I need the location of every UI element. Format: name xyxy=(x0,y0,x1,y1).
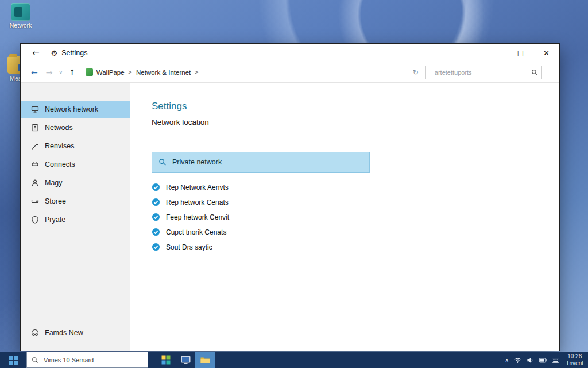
settings-sidebar: Network hetwork Netwods Renvises xyxy=(21,83,130,351)
nav-history-chevron-icon[interactable]: ∨ xyxy=(58,70,63,75)
breadcrumb[interactable]: WallPape > Network & Internet > ↻ xyxy=(82,66,426,79)
check-circle-icon xyxy=(152,213,160,221)
check-circle-icon xyxy=(152,183,160,191)
chevron-up-icon[interactable]: ∧ xyxy=(505,357,509,363)
desktop-icon-label: Network xyxy=(5,22,37,29)
desktop-wallpaper: Network Mese ← ⚙ Settings – □ ✕ ← → ∨ ↑ … xyxy=(0,0,588,368)
checklist-item-label: Rep hetwork Cenats xyxy=(166,198,229,206)
sidebar-item-storee[interactable]: Storee xyxy=(21,193,130,210)
check-circle-icon xyxy=(152,243,160,251)
taskbar: ∧ xyxy=(0,352,588,368)
checklist-item[interactable]: Sout Drs saytic xyxy=(152,243,542,251)
checklist-item[interactable]: Rep Network Aenvts xyxy=(152,183,542,191)
search-icon xyxy=(32,356,38,363)
checklist-item[interactable]: Cupct tnorik Cenats xyxy=(152,228,542,236)
nav-back-icon[interactable]: ← xyxy=(29,68,40,77)
explorer-search-input[interactable] xyxy=(434,68,528,76)
app-identity: ⚙ Settings xyxy=(51,49,88,57)
back-button[interactable]: ← xyxy=(29,47,43,59)
taskbar-search-box[interactable] xyxy=(26,352,148,368)
sidebar-item-label: Netwods xyxy=(45,124,73,132)
network-folder-icon xyxy=(11,3,30,21)
person-icon xyxy=(31,179,39,187)
checklist-item-label: Feep hetwork Cenvit xyxy=(166,213,229,221)
titlebar: ← ⚙ Settings – □ ✕ xyxy=(21,44,559,62)
explorer-search-box[interactable] xyxy=(430,66,542,79)
tray-clock[interactable]: 10:26 Tnverit xyxy=(564,353,583,367)
sidebar-item-pryate[interactable]: Pryate xyxy=(21,211,130,228)
check-circle-icon xyxy=(152,198,160,206)
monitor-app-icon[interactable] xyxy=(176,352,195,368)
feedback-icon xyxy=(31,329,39,337)
nav-up-icon[interactable]: ↑ xyxy=(67,68,78,77)
clock-date: Tnverit xyxy=(566,360,583,367)
settings-content: Settings Network location Private networ… xyxy=(130,83,559,351)
file-explorer-app-icon[interactable] xyxy=(195,352,215,368)
refresh-icon[interactable]: ↻ xyxy=(409,68,422,77)
checklist-item[interactable]: Rep hetwork Cenats xyxy=(152,198,542,206)
section-subtitle: Network location xyxy=(152,118,542,126)
address-bar: ← → ∨ ↑ WallPape > Network & Internet > … xyxy=(21,62,559,83)
window-title: Settings xyxy=(61,49,87,57)
private-network-search-box[interactable]: Private network xyxy=(152,152,370,172)
keyboard-icon[interactable] xyxy=(552,356,559,364)
connect-icon xyxy=(31,160,39,168)
checklist-item[interactable]: Feep hetwork Cenvit xyxy=(152,213,542,221)
private-network-label: Private network xyxy=(172,158,222,166)
search-icon xyxy=(531,69,538,76)
window-body: Network hetwork Netwods Renvises xyxy=(21,83,559,351)
checklist-item-label: Cupct tnorik Cenats xyxy=(166,228,226,236)
sidebar-item-label: Renvises xyxy=(45,142,74,150)
start-button[interactable] xyxy=(0,352,26,368)
sidebar-item-label: Network hetwork xyxy=(45,105,98,113)
settings-window: ← ⚙ Settings – □ ✕ ← → ∨ ↑ WallPape > Ne… xyxy=(20,43,560,351)
network-icon xyxy=(31,105,39,113)
breadcrumb-segment-root[interactable]: WallPape xyxy=(96,69,125,76)
sidebar-item-network-hetwork[interactable]: Network hetwork xyxy=(21,101,130,118)
clock-time: 10:26 xyxy=(566,353,583,361)
sidebar-item-netwods[interactable]: Netwods xyxy=(21,119,130,136)
breadcrumb-segment-network[interactable]: Network & Internet xyxy=(136,69,191,76)
desktop-icon-network[interactable]: Network xyxy=(5,3,37,29)
store-app-icon[interactable] xyxy=(156,352,176,368)
gear-icon: ⚙ xyxy=(51,49,58,57)
pen-icon xyxy=(31,142,39,150)
sidebar-item-label: Pryate xyxy=(45,216,65,224)
sidebar-item-famds-new[interactable]: Famds New xyxy=(21,324,130,342)
location-icon xyxy=(86,68,93,76)
sidebar-item-renvises[interactable]: Renvises xyxy=(21,137,130,155)
sidebar-item-connects[interactable]: Connects xyxy=(21,156,130,173)
close-button[interactable]: ✕ xyxy=(533,44,559,62)
sidebar-item-label: Connects xyxy=(45,160,75,168)
taskbar-search-input[interactable] xyxy=(42,356,143,364)
nav-forward-icon[interactable]: → xyxy=(44,68,55,77)
sidebar-item-label: Famds New xyxy=(45,329,83,337)
breadcrumb-separator-icon: > xyxy=(128,69,133,75)
document-icon xyxy=(31,124,39,132)
divider xyxy=(152,137,399,137)
page-title: Settings xyxy=(152,101,542,112)
battery-icon[interactable] xyxy=(539,356,547,364)
search-icon xyxy=(158,158,167,166)
minimize-button[interactable]: – xyxy=(482,44,508,62)
volume-icon[interactable] xyxy=(527,356,534,364)
checklist-item-label: Sout Drs saytic xyxy=(166,243,212,251)
system-tray: ∧ xyxy=(505,352,588,368)
sidebar-item-label: Magy xyxy=(45,179,63,187)
maximize-button[interactable]: □ xyxy=(508,44,533,62)
sidebar-item-magy[interactable]: Magy xyxy=(21,174,130,191)
wifi-icon[interactable] xyxy=(514,356,521,364)
taskbar-pinned-apps xyxy=(156,352,215,368)
sidebar-item-label: Storee xyxy=(45,197,66,205)
windows-logo-icon xyxy=(9,356,18,365)
storage-icon xyxy=(31,197,39,205)
shield-icon xyxy=(31,216,39,224)
checklist-item-label: Rep Network Aenvts xyxy=(166,183,229,191)
check-circle-icon xyxy=(152,228,160,236)
breadcrumb-separator-icon: > xyxy=(194,69,199,75)
network-checklist: Rep Network Aenvts Rep hetwork Cenats Fe… xyxy=(152,183,542,251)
